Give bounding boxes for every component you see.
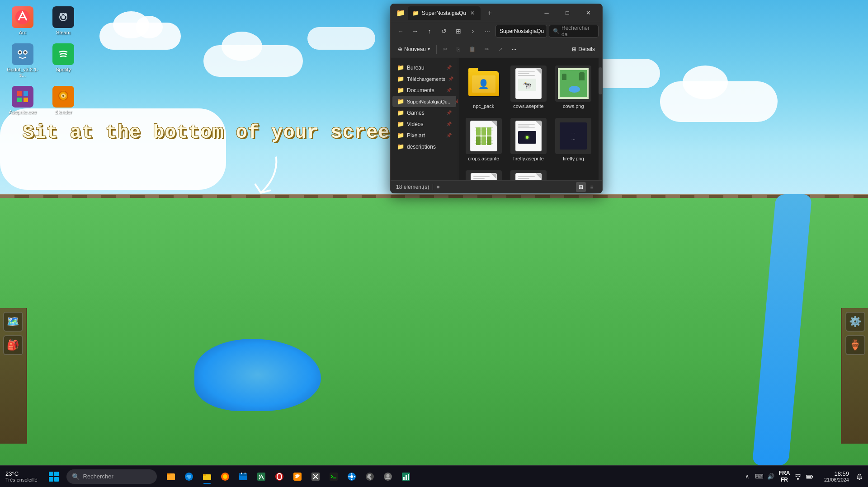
sidebar-item-documents[interactable]: 📁 Documents 📌 [392, 84, 456, 96]
address-box[interactable]: SuperNostalgiaQu [495, 25, 547, 37]
file-item-firefly-aseprite[interactable]: firefly.aseprite [507, 114, 550, 165]
up-button[interactable]: ↑ [423, 25, 436, 37]
file-item-8[interactable] [507, 167, 550, 180]
refresh-button[interactable]: ↺ [438, 25, 450, 37]
file-item-cows-png[interactable]: cows.png [552, 62, 595, 112]
file-item-7[interactable] [462, 167, 505, 180]
copy-button[interactable]: ⎘ [453, 44, 463, 54]
taskbar-app-excel[interactable] [253, 468, 270, 485]
battery-icon[interactable] [805, 472, 815, 482]
taskbar-app-wrench[interactable] [361, 468, 378, 485]
taskbar-app-edge[interactable] [180, 468, 198, 485]
nav-options-button[interactable]: ··· [481, 25, 494, 37]
taskbar-app-data[interactable] [397, 468, 415, 485]
taskbar-search[interactable]: 🔍 Rechercher [66, 469, 157, 484]
desktop-icon-arc[interactable]: Arc [5, 5, 41, 37]
win-logo-br [54, 477, 59, 482]
item7-preview [471, 173, 497, 180]
line1 [518, 71, 535, 72]
tray-volume-icon[interactable]: 🔊 [766, 472, 776, 482]
taskbar-app-opera[interactable] [271, 468, 288, 485]
tray-keyboard-icon[interactable]: ⌨ [754, 472, 764, 482]
grid-view-button[interactable]: ⊞ [576, 182, 586, 192]
aseprite-icon-img [12, 86, 33, 108]
sidebar-pixelart-label: Pixelart [407, 132, 425, 139]
file-item-firefly-png[interactable]: · ···· firefly.png [552, 114, 595, 165]
tray-expand-button[interactable]: ∧ [742, 472, 752, 482]
back-button[interactable]: ← [394, 25, 407, 37]
spotify-icon-img [52, 43, 74, 65]
explorer-tab-active[interactable]: 📁 SuperNostalgiaQu ✕ [408, 6, 481, 20]
line2 [518, 73, 529, 74]
taskbar-app-files[interactable] [162, 468, 179, 485]
maximize-button[interactable]: □ [557, 4, 578, 22]
sidebar-item-telechargements[interactable]: 📁 Téléchargements 📌 [392, 73, 456, 84]
file-item-crops-aseprite[interactable]: crops.aseprite [462, 114, 505, 165]
desktop-icon-spotify[interactable]: Spotify [45, 42, 81, 80]
rename-button[interactable]: ✏ [481, 44, 493, 54]
network-icon[interactable] [793, 472, 803, 482]
taskbar-app-firefox[interactable] [217, 468, 234, 485]
details-button[interactable]: ⊞ Détails [568, 44, 599, 54]
taskbar-app-store[interactable] [379, 468, 396, 485]
firefly-png-thumb: · ···· [555, 118, 591, 154]
new-chevron: ▾ [428, 47, 430, 52]
share-button[interactable]: ↗ [495, 44, 506, 54]
sidebar-item-pixelart[interactable]: 📁 Pixelart 📌 [392, 130, 456, 141]
svg-rect-50 [403, 477, 405, 480]
taskbar-app-explorer[interactable] [198, 468, 216, 485]
start-button[interactable] [45, 468, 63, 486]
svg-point-48 [386, 474, 389, 477]
taskbar-app-settings[interactable] [343, 468, 360, 485]
item8-preview [515, 173, 542, 180]
add-tab-button[interactable]: + [483, 7, 496, 19]
forward-button[interactable]: → [409, 25, 421, 37]
svg-rect-14 [24, 91, 28, 96]
file-explorer-scrollbar[interactable] [599, 58, 602, 180]
sidebar-item-videos[interactable]: 📁 Vidéos 📌 [392, 118, 456, 130]
sidebar-item-descriptions[interactable]: 📁 descriptions [392, 141, 456, 152]
desktop-icon-aseprite[interactable]: Aseprite.exe [5, 84, 41, 117]
file-item-npc-pack[interactable]: 👤 npc_pack [462, 62, 505, 112]
view-buttons: ⊞ ≡ [576, 182, 597, 192]
svg-point-3 [61, 15, 65, 19]
npc-pack-name: npc_pack [473, 103, 494, 109]
sidebar-games-label: Games [407, 110, 425, 116]
crops-aseprite-preview [470, 121, 497, 151]
crop-p1 [476, 127, 481, 136]
windows-logo [49, 472, 59, 482]
file-item-cows-aseprite[interactable]: 🐄 cows.aseprite [507, 62, 550, 112]
close-button[interactable]: ✕ [578, 4, 599, 22]
notification-button[interactable] [854, 472, 864, 482]
taskbar-right-section: ∧ ⌨ 🔊 FRA FR 18:59 21/06/20 [739, 470, 868, 483]
taskbar-clock[interactable]: 18:59 21/06/2024 [816, 470, 853, 482]
taskbar-app-scratch[interactable] [289, 468, 306, 485]
language-indicator[interactable]: FRA FR [778, 470, 791, 483]
crop-p3 [487, 127, 491, 136]
svg-rect-33 [257, 473, 265, 481]
sidebar-item-games[interactable]: 📁 Games 📌 [392, 107, 456, 118]
paste-button[interactable]: 📋 [465, 44, 479, 54]
steam-label: Steam [56, 30, 71, 35]
sidebar-item-supernostalgia[interactable]: 📁 SuperNostalgiaQu... 📌 [392, 96, 456, 107]
desktop-icon-steam[interactable]: Steam [45, 5, 81, 37]
search-box[interactable]: 🔍 Rechercher da [549, 25, 599, 37]
minimize-button[interactable]: ─ [536, 4, 557, 22]
taskbar-app-terminal[interactable] [325, 468, 342, 485]
arc-label: Arc [19, 30, 27, 35]
search-icon: 🔍 [553, 28, 560, 34]
taskbar-app-calendar[interactable] [235, 468, 252, 485]
nav-more-button[interactable]: › [467, 25, 479, 37]
cut-button[interactable]: ✂ [439, 44, 451, 54]
new-button[interactable]: ⊕ Nouveau ▾ [394, 44, 434, 54]
tab-close-button[interactable]: ✕ [469, 9, 476, 17]
more-toolbar-button[interactable]: ··· [508, 44, 520, 54]
desktop-icon-godot[interactable]: Godot_v3.2.1-s... [5, 42, 41, 80]
desktop-icon-blender[interactable]: Blender [45, 84, 81, 117]
sidebar-item-bureau[interactable]: 📁 Bureau 📌 [392, 62, 456, 73]
view-switch-button[interactable]: ⊞ [452, 25, 465, 37]
i7-line1 [473, 176, 490, 177]
list-view-button[interactable]: ≡ [587, 182, 597, 192]
icon-row-2: Godot_v3.2.1-s... Spotify [5, 42, 81, 80]
taskbar-app-close[interactable] [307, 468, 324, 485]
